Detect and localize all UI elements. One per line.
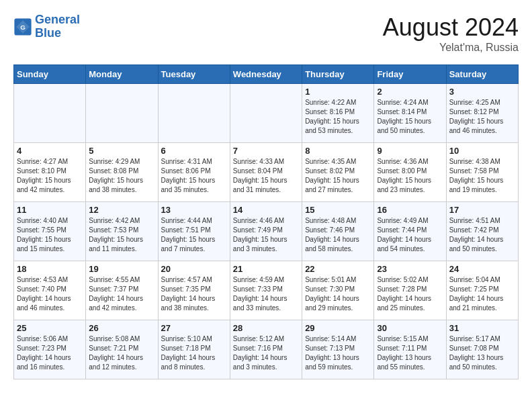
day-cell: 4Sunrise: 4:27 AM Sunset: 8:10 PM Daylig…	[14, 143, 86, 202]
day-info: Sunrise: 4:27 AM Sunset: 8:10 PM Dayligh…	[17, 157, 83, 195]
day-info: Sunrise: 4:40 AM Sunset: 7:55 PM Dayligh…	[17, 216, 83, 254]
day-number: 17	[449, 205, 515, 215]
logo-icon: G	[13, 17, 32, 36]
day-number: 11	[17, 205, 83, 215]
header-day-friday: Friday	[374, 65, 446, 84]
day-number: 20	[161, 264, 227, 274]
day-info: Sunrise: 4:44 AM Sunset: 7:51 PM Dayligh…	[161, 216, 227, 254]
day-number: 24	[449, 264, 515, 274]
day-cell	[14, 84, 86, 143]
day-cell: 14Sunrise: 4:46 AM Sunset: 7:49 PM Dayli…	[230, 202, 302, 261]
header-day-monday: Monday	[86, 65, 158, 84]
day-number: 15	[305, 205, 371, 215]
day-info: Sunrise: 4:36 AM Sunset: 8:00 PM Dayligh…	[377, 157, 443, 195]
day-cell: 17Sunrise: 4:51 AM Sunset: 7:42 PM Dayli…	[446, 202, 518, 261]
week-row-4: 18Sunrise: 4:53 AM Sunset: 7:40 PM Dayli…	[14, 261, 519, 320]
day-info: Sunrise: 5:06 AM Sunset: 7:23 PM Dayligh…	[17, 334, 83, 372]
day-number: 5	[89, 146, 154, 156]
day-cell: 29Sunrise: 5:14 AM Sunset: 7:13 PM Dayli…	[302, 320, 374, 379]
week-row-2: 4Sunrise: 4:27 AM Sunset: 8:10 PM Daylig…	[14, 143, 519, 202]
day-info: Sunrise: 5:10 AM Sunset: 7:18 PM Dayligh…	[161, 334, 227, 372]
day-info: Sunrise: 4:35 AM Sunset: 8:02 PM Dayligh…	[305, 157, 371, 195]
week-row-5: 25Sunrise: 5:06 AM Sunset: 7:23 PM Dayli…	[14, 320, 519, 379]
day-info: Sunrise: 5:12 AM Sunset: 7:16 PM Dayligh…	[233, 334, 299, 372]
svg-text:G: G	[20, 23, 26, 30]
day-cell: 11Sunrise: 4:40 AM Sunset: 7:55 PM Dayli…	[14, 202, 86, 261]
day-cell: 10Sunrise: 4:38 AM Sunset: 7:58 PM Dayli…	[446, 143, 518, 202]
main-title: August 2024	[383, 13, 519, 42]
day-info: Sunrise: 4:46 AM Sunset: 7:49 PM Dayligh…	[233, 216, 299, 254]
day-number: 1	[305, 87, 371, 97]
day-info: Sunrise: 5:02 AM Sunset: 7:28 PM Dayligh…	[377, 275, 443, 313]
day-cell: 3Sunrise: 4:25 AM Sunset: 8:12 PM Daylig…	[446, 84, 518, 143]
day-info: Sunrise: 4:24 AM Sunset: 8:14 PM Dayligh…	[377, 98, 443, 136]
day-number: 6	[161, 146, 227, 156]
day-cell	[86, 84, 158, 143]
day-number: 2	[377, 87, 443, 97]
day-cell: 28Sunrise: 5:12 AM Sunset: 7:16 PM Dayli…	[230, 320, 302, 379]
day-number: 12	[89, 205, 154, 215]
day-number: 25	[17, 323, 83, 333]
week-row-1: 1Sunrise: 4:22 AM Sunset: 8:16 PM Daylig…	[14, 84, 519, 143]
day-cell: 13Sunrise: 4:44 AM Sunset: 7:51 PM Dayli…	[158, 202, 230, 261]
day-cell: 8Sunrise: 4:35 AM Sunset: 8:02 PM Daylig…	[302, 143, 374, 202]
title-block: August 2024 Yelat'ma, Russia	[383, 13, 519, 54]
day-info: Sunrise: 4:49 AM Sunset: 7:44 PM Dayligh…	[377, 216, 443, 254]
day-number: 28	[233, 323, 299, 333]
day-info: Sunrise: 4:55 AM Sunset: 7:37 PM Dayligh…	[89, 275, 154, 313]
day-info: Sunrise: 4:51 AM Sunset: 7:42 PM Dayligh…	[449, 216, 515, 254]
day-number: 14	[233, 205, 299, 215]
day-info: Sunrise: 4:31 AM Sunset: 8:06 PM Dayligh…	[161, 157, 227, 195]
day-cell: 2Sunrise: 4:24 AM Sunset: 8:14 PM Daylig…	[374, 84, 446, 143]
day-number: 4	[17, 146, 83, 156]
day-cell: 20Sunrise: 4:57 AM Sunset: 7:35 PM Dayli…	[158, 261, 230, 320]
day-info: Sunrise: 5:04 AM Sunset: 7:25 PM Dayligh…	[449, 275, 515, 313]
day-number: 18	[17, 264, 83, 274]
day-cell	[230, 84, 302, 143]
day-number: 13	[161, 205, 227, 215]
day-info: Sunrise: 5:14 AM Sunset: 7:13 PM Dayligh…	[305, 334, 371, 372]
day-cell: 5Sunrise: 4:29 AM Sunset: 8:08 PM Daylig…	[86, 143, 158, 202]
subtitle: Yelat'ma, Russia	[383, 42, 519, 54]
day-info: Sunrise: 4:57 AM Sunset: 7:35 PM Dayligh…	[161, 275, 227, 313]
day-info: Sunrise: 5:17 AM Sunset: 7:08 PM Dayligh…	[449, 334, 515, 372]
day-number: 19	[89, 264, 154, 274]
day-cell: 6Sunrise: 4:31 AM Sunset: 8:06 PM Daylig…	[158, 143, 230, 202]
header-day-wednesday: Wednesday	[230, 65, 302, 84]
day-number: 7	[233, 146, 299, 156]
day-number: 30	[377, 323, 443, 333]
day-number: 10	[449, 146, 515, 156]
day-cell: 21Sunrise: 4:59 AM Sunset: 7:33 PM Dayli…	[230, 261, 302, 320]
page-header: G General Blue August 2024 Yelat'ma, Rus…	[13, 13, 519, 54]
day-cell: 27Sunrise: 5:10 AM Sunset: 7:18 PM Dayli…	[158, 320, 230, 379]
day-cell	[158, 84, 230, 143]
day-cell: 26Sunrise: 5:08 AM Sunset: 7:21 PM Dayli…	[86, 320, 158, 379]
day-info: Sunrise: 4:42 AM Sunset: 7:53 PM Dayligh…	[89, 216, 154, 254]
header-row: SundayMondayTuesdayWednesdayThursdayFrid…	[14, 65, 519, 84]
day-info: Sunrise: 4:22 AM Sunset: 8:16 PM Dayligh…	[305, 98, 371, 136]
day-cell: 16Sunrise: 4:49 AM Sunset: 7:44 PM Dayli…	[374, 202, 446, 261]
day-cell: 12Sunrise: 4:42 AM Sunset: 7:53 PM Dayli…	[86, 202, 158, 261]
day-cell: 19Sunrise: 4:55 AM Sunset: 7:37 PM Dayli…	[86, 261, 158, 320]
day-cell: 1Sunrise: 4:22 AM Sunset: 8:16 PM Daylig…	[302, 84, 374, 143]
day-number: 29	[305, 323, 371, 333]
day-cell: 15Sunrise: 4:48 AM Sunset: 7:46 PM Dayli…	[302, 202, 374, 261]
day-info: Sunrise: 5:15 AM Sunset: 7:11 PM Dayligh…	[377, 334, 443, 372]
day-cell: 31Sunrise: 5:17 AM Sunset: 7:08 PM Dayli…	[446, 320, 518, 379]
day-info: Sunrise: 4:48 AM Sunset: 7:46 PM Dayligh…	[305, 216, 371, 254]
logo-text-general: General	[35, 13, 80, 26]
day-number: 21	[233, 264, 299, 274]
day-cell: 18Sunrise: 4:53 AM Sunset: 7:40 PM Dayli…	[14, 261, 86, 320]
day-cell: 23Sunrise: 5:02 AM Sunset: 7:28 PM Dayli…	[374, 261, 446, 320]
day-cell: 25Sunrise: 5:06 AM Sunset: 7:23 PM Dayli…	[14, 320, 86, 379]
day-number: 9	[377, 146, 443, 156]
day-number: 26	[89, 323, 154, 333]
week-row-3: 11Sunrise: 4:40 AM Sunset: 7:55 PM Dayli…	[14, 202, 519, 261]
day-number: 27	[161, 323, 227, 333]
day-cell: 24Sunrise: 5:04 AM Sunset: 7:25 PM Dayli…	[446, 261, 518, 320]
day-cell: 9Sunrise: 4:36 AM Sunset: 8:00 PM Daylig…	[374, 143, 446, 202]
day-info: Sunrise: 4:29 AM Sunset: 8:08 PM Dayligh…	[89, 157, 154, 195]
day-info: Sunrise: 5:01 AM Sunset: 7:30 PM Dayligh…	[305, 275, 371, 313]
header-day-thursday: Thursday	[302, 65, 374, 84]
day-cell: 30Sunrise: 5:15 AM Sunset: 7:11 PM Dayli…	[374, 320, 446, 379]
